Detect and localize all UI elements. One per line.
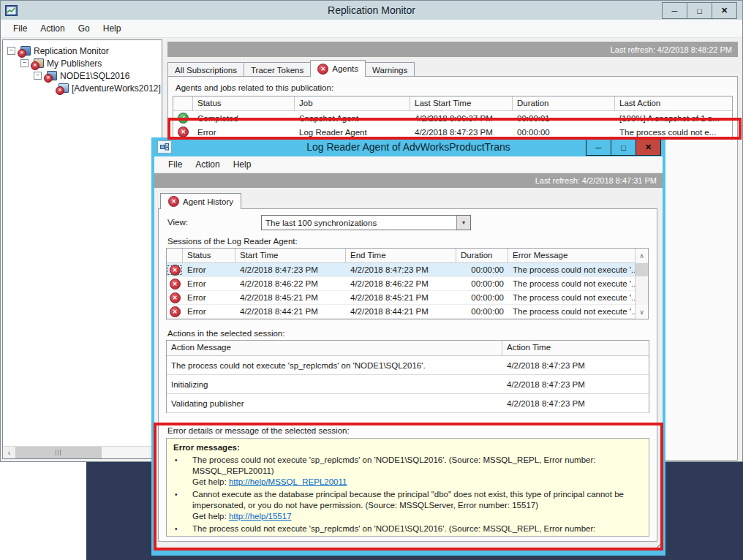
- error-icon: ✕: [317, 64, 328, 75]
- tree-collapse-icon[interactable]: −: [20, 59, 29, 67]
- publishers-error-icon: ✕: [31, 58, 44, 69]
- bullet-icon: •: [175, 489, 178, 500]
- col-status[interactable]: Status: [183, 249, 235, 262]
- tree-item-replication-monitor[interactable]: − ✕ Replication Monitor: [7, 45, 109, 57]
- agent-row-snapshot[interactable]: ✓ Completed Snapshot Agent 4/2/2018 8:06…: [173, 111, 732, 125]
- bullet-icon: •: [175, 455, 178, 466]
- sessions-label: Sessions of the Log Reader Agent:: [167, 237, 298, 246]
- dialog-titlebar[interactable]: Log Reader Agent of AdvWorksProductTrans…: [154, 137, 663, 156]
- menu-file[interactable]: File: [7, 21, 34, 36]
- tab-agents[interactable]: ✕ Agents: [310, 60, 366, 77]
- scroll-left-icon[interactable]: ‹: [3, 447, 15, 458]
- session-row[interactable]: ✕ Error 4/2/2018 8:47:23 PM 4/2/2018 8:4…: [167, 263, 637, 277]
- resize-grip[interactable]: [651, 541, 660, 550]
- tree-horizontal-scrollbar[interactable]: ‹ ›: [3, 446, 162, 458]
- help-link[interactable]: http://help/MSSQL_REPL20011: [229, 477, 347, 486]
- main-titlebar[interactable]: Replication Monitor ─ □ ✕: [1, 1, 742, 20]
- main-tab-strip: All Subscriptions Tracer Tokens ✕ Agents…: [167, 61, 414, 77]
- error-message-item: • Cannot execute as the database princip…: [173, 489, 642, 522]
- agent-history-panel: View: The last 100 synchronizations ▼ Se…: [158, 208, 657, 542]
- tree-collapse-icon[interactable]: −: [7, 47, 15, 55]
- minimize-icon[interactable]: ─: [662, 2, 687, 19]
- error-message-item: • The process could not execute 'sp_repl…: [173, 523, 642, 537]
- log-reader-agent-app-icon: [157, 140, 172, 154]
- tab-all-subscriptions[interactable]: All Subscriptions: [167, 62, 244, 77]
- minimize-icon[interactable]: ─: [586, 139, 611, 156]
- dialog-status-strip: [158, 543, 659, 549]
- scrollbar-thumb[interactable]: [15, 447, 102, 458]
- tree-collapse-icon[interactable]: −: [34, 72, 42, 80]
- action-row[interactable]: Initializing 4/2/2018 8:47:23 PM: [167, 375, 649, 394]
- col-end-time[interactable]: End Time: [346, 249, 456, 262]
- tree-item-node1-sql2016[interactable]: − ✕ NODE1\SQL2016: [34, 69, 129, 82]
- error-icon: ✕: [168, 196, 179, 207]
- scroll-down-icon[interactable]: ∨: [635, 305, 648, 319]
- menu-action[interactable]: Action: [189, 157, 226, 172]
- maximize-icon[interactable]: □: [611, 139, 636, 156]
- replication-monitor-error-icon: ✕: [18, 45, 31, 56]
- scrollbar-thumb[interactable]: [635, 263, 648, 276]
- action-row[interactable]: The process could not execute 'sp_replcm…: [167, 356, 649, 375]
- view-dropdown[interactable]: The last 100 synchronizations ▼: [261, 215, 471, 230]
- agents-table: Status Job Last Start Time Duration Last…: [173, 96, 733, 140]
- scroll-up-icon[interactable]: ∧: [635, 249, 648, 262]
- chevron-down-icon[interactable]: ▼: [456, 216, 470, 230]
- col-duration[interactable]: Duration: [513, 97, 615, 110]
- actions-table: Action Message Action Time The process c…: [166, 340, 649, 413]
- error-icon: ✕: [170, 292, 181, 303]
- col-start-time[interactable]: Start Time: [235, 249, 346, 262]
- error-messages-heading: Error messages:: [173, 442, 642, 453]
- main-refresh-bar: Last refresh: 4/2/2018 8:48:22 PM: [167, 42, 738, 57]
- session-row[interactable]: ✕ Error 4/2/2018 8:44:21 PM 4/2/2018 8:4…: [167, 305, 637, 319]
- completed-icon: ✓: [178, 113, 189, 124]
- sessions-table: Status Start Time End Time Duration Erro…: [166, 248, 649, 319]
- col-last-action[interactable]: Last Action: [615, 97, 732, 110]
- error-icon: ✕: [170, 265, 181, 276]
- error-message-item: • The process could not execute 'sp_repl…: [173, 455, 642, 488]
- dialog-refresh-bar: Last refresh: 4/2/2018 8:47:31 PM: [154, 173, 663, 188]
- menu-file[interactable]: File: [162, 157, 189, 172]
- help-link[interactable]: http://help/15517: [229, 512, 292, 521]
- dialog-menubar: File Action Help: [154, 156, 663, 173]
- bullet-icon: •: [175, 523, 178, 534]
- col-duration[interactable]: Duration: [456, 249, 508, 262]
- menu-go[interactable]: Go: [72, 21, 97, 36]
- actions-table-header: Action Message Action Time: [167, 341, 649, 356]
- agents-section-label: Agents and jobs related to this publicat…: [176, 83, 737, 92]
- dialog-last-refresh: Last refresh: 4/2/2018 8:47:31 PM: [535, 176, 657, 185]
- view-dropdown-value: The last 100 synchronizations: [262, 219, 456, 227]
- server-error-icon: ✕: [45, 70, 57, 81]
- tree-panel: − ✕ Replication Monitor − ✕ My Publisher…: [2, 39, 162, 459]
- agents-table-header: Status Job Last Start Time Duration Last…: [173, 97, 732, 111]
- error-icon: ✕: [170, 306, 181, 317]
- error-details-label: Error details or message of the selected…: [167, 426, 350, 435]
- tab-agent-history[interactable]: ✕ Agent History: [160, 193, 241, 209]
- tab-warnings[interactable]: Warnings: [365, 62, 415, 77]
- col-job[interactable]: Job: [295, 97, 410, 110]
- tree-item-adventureworks2012[interactable]: ✕ [AdventureWorks2012]: [56, 82, 161, 94]
- col-error-message[interactable]: Error Message: [508, 249, 637, 262]
- close-icon[interactable]: ✕: [635, 139, 661, 156]
- col-last-start-time[interactable]: Last Start Time: [410, 97, 513, 110]
- view-label: View:: [167, 218, 188, 227]
- sessions-vertical-scrollbar[interactable]: ∧ ∨: [635, 249, 648, 319]
- menu-action[interactable]: Action: [34, 21, 71, 36]
- tab-tracer-tokens[interactable]: Tracer Tokens: [244, 62, 311, 77]
- col-status[interactable]: Status: [193, 97, 295, 110]
- col-action-message[interactable]: Action Message: [167, 341, 502, 355]
- menu-help[interactable]: Help: [227, 157, 258, 172]
- session-row[interactable]: ✕ Error 4/2/2018 8:45:21 PM 4/2/2018 8:4…: [167, 291, 637, 305]
- error-icon: ✕: [178, 126, 189, 137]
- tree-item-my-publishers[interactable]: − ✕ My Publishers: [20, 57, 102, 69]
- action-row[interactable]: Validating publisher 4/2/2018 8:47:23 PM: [167, 394, 649, 413]
- menu-help[interactable]: Help: [97, 21, 128, 36]
- publication-error-icon: ✕: [56, 83, 69, 94]
- error-messages-panel: Error messages: • The process could not …: [166, 438, 649, 537]
- close-icon[interactable]: ✕: [712, 2, 737, 19]
- sessions-table-header: Status Start Time End Time Duration Erro…: [167, 249, 637, 263]
- maximize-icon[interactable]: □: [687, 2, 712, 19]
- main-last-refresh: Last refresh: 4/2/2018 8:48:22 PM: [611, 45, 732, 54]
- col-action-time[interactable]: Action Time: [502, 341, 649, 355]
- session-row[interactable]: ✕ Error 4/2/2018 8:46:22 PM 4/2/2018 8:4…: [167, 277, 637, 291]
- actions-label: Actions in the selected session:: [167, 329, 284, 338]
